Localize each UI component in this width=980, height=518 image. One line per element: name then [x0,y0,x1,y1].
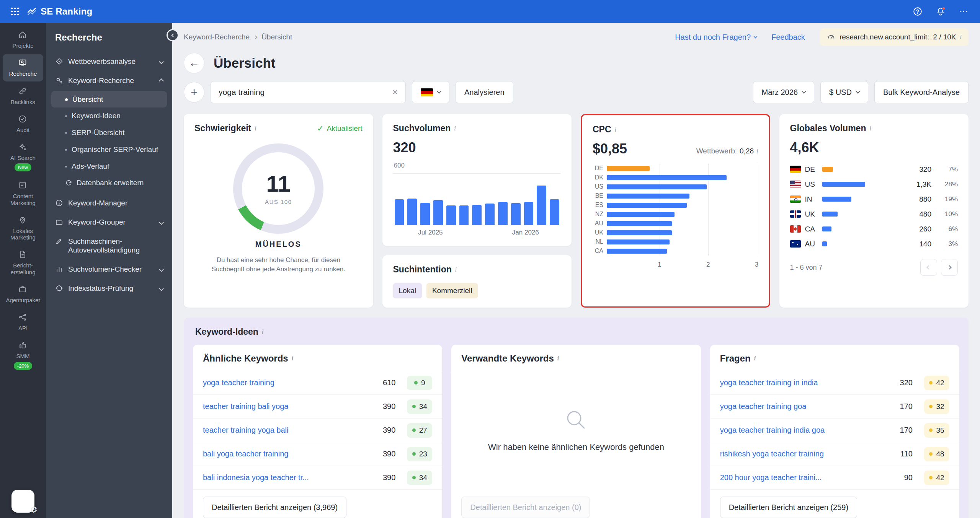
country-code: DE [805,165,818,174]
info-icon[interactable]: i [255,125,256,132]
header-actions: Hast du noch Fragen? Feedback research.n… [675,28,969,46]
difficulty-badge: 34 [407,471,432,485]
info-icon[interactable]: i [455,266,457,273]
card-title: Fragen [720,353,751,364]
feedback-link[interactable]: Feedback [771,33,805,42]
panel-item-label: Keyword-Recherche [68,76,134,85]
speedometer-icon [826,33,836,42]
difficulty-badge: 42 [924,471,949,485]
panel-subitem-ads-verlauf[interactable]: Ads-Verlauf [51,158,167,175]
keyword-link[interactable]: bali indonesia yoga teacher tr... [203,473,309,482]
bullet-icon [65,98,68,101]
keyword-link[interactable]: teacher training bali yoga [203,402,288,411]
keyword-row: yoga teacher training 610 9 [193,371,442,395]
info-icon[interactable]: i [454,125,456,132]
panel-subitem-uebersicht[interactable]: Übersicht [51,91,167,108]
panel-item-suchmaschinen-autovervollstaendigung[interactable]: Suchmaschinen-Autovervollständigung [51,232,167,260]
info-icon[interactable]: i [756,148,758,155]
panel-item-wettbewerbsanalyse[interactable]: Wettbewerbsanalyse [51,52,167,71]
sidebar-item-agenturpaket[interactable]: Agenturpaket [3,280,43,308]
keyword-link[interactable]: yoga teacher training [203,378,274,387]
sidebar-item-api[interactable]: API [3,308,43,336]
questions-dropdown[interactable]: Hast du noch Fragen? [675,33,757,42]
flag-in-icon [790,195,801,203]
add-keyword-button[interactable]: + [184,82,204,103]
info-icon[interactable]: i [869,125,871,132]
sidebar-item-recherche[interactable]: Recherche [3,54,43,81]
thumbs-up-icon [18,340,28,350]
sidebar-item-ai-search[interactable]: AI Search New [3,138,43,176]
sidebar-item-label: Backlinks [11,99,35,105]
keyword-input[interactable] [218,87,392,97]
page-title: Übersicht [214,55,275,71]
cpc-value: $0,85 [593,141,627,157]
pagination-next-button[interactable] [941,259,958,276]
sidebar-item-label: Lokales Marketing [3,228,42,241]
panel-item-keyword-grouper[interactable]: Keyword-Grouper [51,213,167,232]
keyword-link[interactable]: yoga teacher training goa [720,402,807,411]
panel-subitem-organischer-serp-verlauf[interactable]: Organischer SERP-Verlauf [51,141,167,158]
sidebar-item-content-marketing[interactable]: Content Marketing [3,176,43,210]
card-title: Suchintention [393,264,452,275]
detailed-report-button[interactable]: Detaillierten Bericht anzeigen (259) [720,497,857,518]
secondary-sidebar: Recherche Wettbewerbsanalyse Keyword-Rec… [46,23,172,518]
apps-grid-icon[interactable] [11,7,19,16]
pagination-prev-button[interactable] [920,259,937,276]
info-circle-icon [55,199,63,207]
brand[interactable]: SE Ranking [27,6,92,17]
panel-item-indexstatus-pruefung[interactable]: Indexstatus-Prüfung [51,279,167,298]
analyze-button[interactable]: Analysieren [456,81,513,103]
sidebar-item-berichterstellung[interactable]: Bericht-erstellung [3,246,43,280]
account-limit-pill[interactable]: research.new.account_limit: 2 / 10K i [820,28,969,46]
panel-subitem-keyword-ideen[interactable]: Keyword-Ideen [51,108,167,124]
panel-item-keyword-manager[interactable]: Keyword-Manager [51,194,167,213]
info-icon[interactable]: i [960,34,962,41]
info-icon[interactable]: i [262,329,263,336]
more-menu-icon[interactable]: ⋯ [958,6,969,17]
sidebar-item-label: Bericht-erstellung [3,262,42,275]
bulk-analysis-button[interactable]: Bulk Keyword-Analyse [874,81,969,103]
country-code: US [805,180,818,189]
sidebar-item-audit[interactable]: Audit [3,110,43,137]
panel-item-keyword-recherche[interactable]: Keyword-Recherche [51,71,167,90]
info-icon[interactable]: i [754,355,756,362]
country-select[interactable] [412,81,449,103]
detailed-report-button[interactable]: Detaillierten Bericht anzeigen (3,969) [203,497,346,518]
panel-subitem-label: SERP-Übersicht [72,128,124,137]
breadcrumb-item[interactable]: Keyword-Recherche [184,33,250,41]
global-volume-rows: DE 320 7% US 1,3K 28% IN [790,162,958,251]
keyword-link[interactable]: 200 hour yoga teacher traini... [720,473,822,482]
sidebar-item-smm[interactable]: SMM -20% [3,336,43,374]
notifications-bell-icon[interactable] [935,6,946,17]
gear-icon[interactable]: ⚙ [30,505,38,515]
keyword-ideas-section: Keyword-Ideen i Ähnliche Keywords i yoga… [184,318,969,518]
keyword-volume: 390 [363,450,395,458]
info-icon[interactable]: i [615,126,616,133]
info-icon[interactable]: i [557,355,559,362]
sidebar-item-lokales-marketing[interactable]: Lokales Marketing [3,211,43,245]
keyword-link[interactable]: teacher training yoga bali [203,426,288,435]
panel-subitem-datenbank-erweitern[interactable]: Datenbank erweitern [51,174,167,191]
search-volume-chart: 600 Jul 2025 Jan 2026 [393,173,561,237]
sidebar-item-projekte[interactable]: Projekte [3,26,43,53]
global-volume-row: CA 260 6% [790,222,958,236]
detailed-report-button-disabled[interactable]: Detaillierten Bericht anzeigen (0) [461,497,590,518]
keyword-link[interactable]: rishikesh yoga teacher training [720,450,824,458]
country-percent: 6% [936,225,958,233]
keyword-link[interactable]: yoga teacher training india goa [720,426,825,435]
keyword-link[interactable]: yoga teacher training in india [720,378,818,387]
sidebar-item-backlinks[interactable]: Backlinks [3,82,43,109]
sidebar-collapse-button[interactable] [167,29,179,41]
help-icon[interactable] [912,6,923,17]
period-select[interactable]: März 2026 [753,81,815,103]
panel-subitem-serp-uebersicht[interactable]: SERP-Übersicht [51,124,167,141]
chat-widget[interactable]: ⚙ [11,490,34,513]
clear-input-icon[interactable]: × [392,87,399,98]
info-icon[interactable]: i [292,355,293,362]
panel-item-suchvolumen-checker[interactable]: Suchvolumen-Checker [51,260,167,279]
topbar-actions: ⋯ [912,6,969,17]
keyword-row: yoga teacher training india goa 170 35 [710,419,959,442]
keyword-link[interactable]: bali yoga teacher training [203,450,288,458]
back-button[interactable]: ← [184,53,204,73]
currency-select[interactable]: $ USD [820,81,868,103]
